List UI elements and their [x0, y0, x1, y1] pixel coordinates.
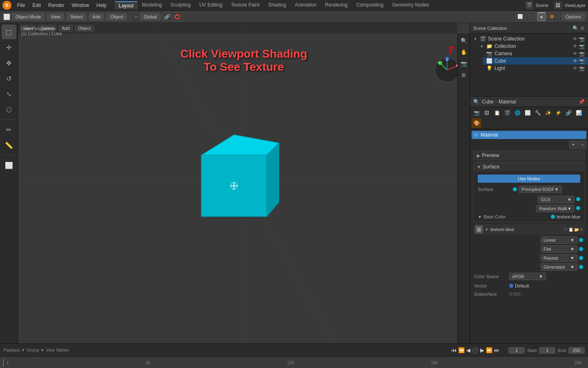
light-render-icon[interactable]: 📷 — [579, 66, 585, 71]
prop-physics-icon[interactable]: ⚡ — [553, 108, 563, 118]
tab-modeling[interactable]: Modeling — [138, 1, 166, 9]
generated-dropdown[interactable]: Generated ▼ — [541, 263, 577, 271]
prop-object-icon[interactable]: ⬜ — [523, 108, 532, 118]
start-frame-input[interactable]: 1 — [539, 347, 555, 354]
ggx-dropdown[interactable]: GGX ▼ — [538, 196, 575, 203]
texture-shield-icon[interactable]: 🛡 — [564, 227, 568, 232]
tab-rendering[interactable]: Rendering — [321, 1, 352, 9]
color-space-dropdown[interactable]: sRGB ▼ — [509, 273, 546, 280]
tab-texture-paint[interactable]: Texture Paint — [227, 1, 264, 9]
use-nodes-btn[interactable]: Use Nodes — [478, 175, 580, 183]
end-frame-input[interactable]: 250 — [568, 347, 585, 354]
prop-render-icon[interactable]: 📷 — [472, 108, 481, 118]
scene-selector[interactable]: 🎬 — [525, 1, 533, 9]
marker-menu[interactable]: Marker — [56, 348, 69, 352]
hand-icon[interactable]: ✋ — [459, 47, 469, 57]
add-material-btn[interactable]: + — [569, 141, 577, 149]
prop-scene-icon[interactable]: 🎬 — [502, 108, 512, 118]
menu-file[interactable]: File — [14, 2, 28, 9]
transform-icon[interactable]: ⬡ — [2, 102, 16, 117]
current-frame-input[interactable]: 1 — [508, 347, 525, 354]
next-frame-btn[interactable]: ⏩ — [486, 347, 492, 353]
outliner-row-light[interactable]: 💡 Light 👁 📷 — [483, 65, 588, 72]
texture-copy-icon[interactable]: 📋 — [568, 227, 573, 232]
annotate-icon[interactable]: ✏ — [2, 122, 16, 137]
menu-help[interactable]: Help — [93, 2, 110, 9]
camera-icon[interactable]: 📷 — [459, 58, 469, 69]
breadcrumb-material[interactable]: Material — [499, 99, 516, 105]
props-pin-icon[interactable]: 📌 — [579, 99, 585, 105]
frame-ruler-track[interactable]: 1 60 120 180 240 — [3, 359, 585, 367]
zoom-icon[interactable]: 🔍 — [459, 35, 469, 46]
wireframe-btn[interactable]: ⬜ — [516, 12, 525, 21]
grid-icon[interactable]: ⊞ — [459, 70, 469, 80]
jump-end-btn[interactable]: ⏭ — [494, 347, 499, 353]
surface-dropdown[interactable]: Principled BSDF ▼ — [519, 186, 562, 193]
vp-object-btn[interactable]: Object — [75, 25, 94, 31]
repeat-dropdown[interactable]: Repeat ▼ — [541, 254, 577, 262]
surface-header[interactable]: ▼ Surface — [474, 162, 584, 171]
random-walk-dropdown[interactable]: Random Walk ▼ — [536, 205, 575, 212]
menu-window[interactable]: Window — [68, 2, 92, 9]
tab-compositing[interactable]: Compositing — [352, 1, 388, 9]
object-btn[interactable]: Object — [107, 13, 127, 20]
play-reverse-btn[interactable]: ◀ — [466, 347, 470, 353]
light-eye-icon[interactable]: 👁 — [573, 66, 577, 71]
prop-output-icon[interactable]: 🖼 — [482, 108, 492, 118]
prop-modifier-icon[interactable]: 🔧 — [533, 108, 543, 118]
menu-edit[interactable]: Edit — [29, 2, 44, 9]
object-mode-btn[interactable]: Object Mode — [12, 13, 45, 20]
cube-render-icon[interactable]: 📷 — [579, 58, 585, 64]
transform-btn[interactable]: Global — [140, 13, 160, 20]
cursor-icon[interactable]: ✛ — [2, 40, 16, 55]
keying-menu[interactable]: Keying ▼ — [27, 348, 44, 352]
viewport[interactable]: View Select Add Object User Perspective … — [18, 23, 470, 343]
material-list-item[interactable]: Material — [472, 131, 586, 139]
tab-shading[interactable]: Shading — [264, 1, 290, 9]
flat-dropdown[interactable]: Flat ▼ — [541, 245, 577, 253]
preview-header[interactable]: ▶ Preview — [474, 151, 584, 160]
prop-material-icon[interactable]: 🎨 — [472, 118, 481, 128]
outliner-row-collection[interactable]: ▼ 📁 Collection 👁 📷 — [477, 43, 588, 50]
texture-close-icon[interactable]: ✕ — [580, 227, 583, 232]
playback-menu[interactable]: Playback ▼ — [3, 348, 25, 352]
jump-start-btn[interactable]: ⏮ — [451, 347, 457, 353]
props-search-icon[interactable]: 🔍 — [473, 99, 479, 105]
prop-world-icon[interactable]: 🌐 — [512, 108, 522, 118]
view-btn[interactable]: View — [47, 13, 64, 20]
move-icon[interactable]: ✥ — [2, 56, 16, 70]
tab-sculpting[interactable]: Sculpting — [167, 1, 195, 9]
view-menu[interactable]: View — [46, 348, 55, 352]
collection-render2-icon[interactable]: 📷 — [579, 44, 585, 49]
view-layer-selector[interactable]: 🖼 — [554, 1, 562, 9]
prev-frame-btn[interactable]: ⏪ — [458, 347, 465, 353]
select-btn[interactable]: Select — [67, 13, 87, 20]
add-cube-icon[interactable]: ⬜ — [2, 158, 16, 173]
outliner-filter-icon[interactable]: 🔍 — [572, 25, 579, 31]
rendered-btn[interactable]: 🔆 — [548, 12, 557, 21]
camera-render-icon[interactable]: 📷 — [579, 51, 585, 56]
outliner-row-scene-collection[interactable]: ▼ 🎬 Scene Collection 👁 📷 — [470, 35, 588, 43]
prop-constraints-icon[interactable]: 🔗 — [564, 108, 573, 118]
measure-icon[interactable]: 📏 — [2, 138, 16, 153]
collection-eye-icon[interactable]: 👁 — [573, 36, 577, 41]
add-btn[interactable]: Add — [89, 13, 105, 20]
proportional-btn[interactable]: ⭕ — [173, 12, 182, 21]
tab-animation[interactable]: Animation — [291, 1, 321, 9]
outliner-row-camera[interactable]: 📷 Camera 👁 📷 — [483, 50, 588, 57]
collection-render-icon[interactable]: 📷 — [579, 36, 585, 42]
texture-folder-icon[interactable]: 📂 — [574, 227, 579, 232]
camera-eye-icon[interactable]: 👁 — [573, 51, 577, 56]
tab-uv-editing[interactable]: UV Editing — [195, 1, 227, 9]
outliner-settings-icon[interactable]: ⚙ — [580, 25, 585, 31]
mode-selector[interactable]: ⬜ Object Mode — [3, 13, 45, 20]
menu-render[interactable]: Render — [45, 2, 67, 9]
remove-material-btn[interactable]: − — [578, 141, 586, 149]
breadcrumb-cube[interactable]: Cube — [482, 99, 494, 105]
solid-btn[interactable]: ⬛ — [526, 12, 535, 21]
scale-icon[interactable]: ⤡ — [2, 87, 16, 101]
material-btn[interactable]: ● — [537, 12, 546, 21]
play-btn[interactable]: ▶ — [480, 347, 484, 353]
tab-layout[interactable]: Layout — [115, 1, 138, 9]
linear-dropdown[interactable]: Linear ▼ — [541, 236, 577, 244]
